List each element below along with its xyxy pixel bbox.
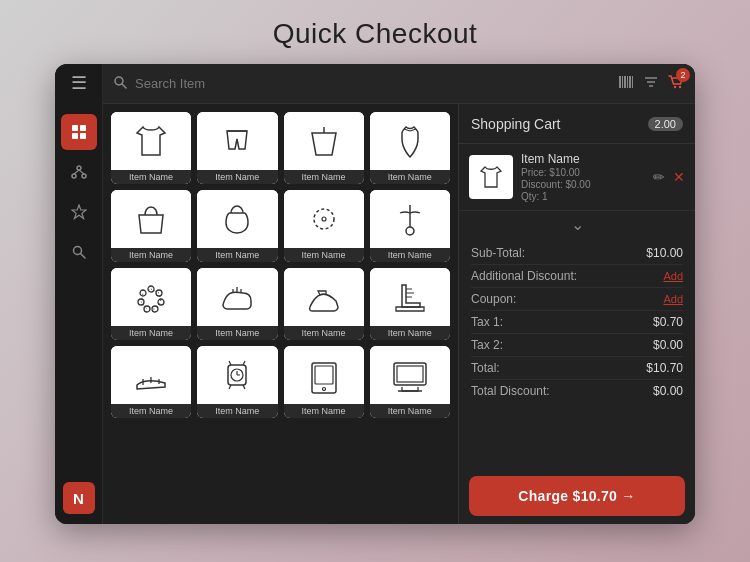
svg-line-54 — [243, 361, 245, 365]
product-image — [197, 112, 277, 170]
sidebar-item-grid[interactable] — [61, 114, 97, 150]
list-item[interactable]: Item Name — [370, 112, 450, 184]
cart-panel: Shopping Cart 2.00 Item Name Price: $10.… — [458, 104, 695, 524]
product-label: Item Name — [284, 404, 364, 418]
svg-rect-16 — [624, 76, 626, 88]
list-item[interactable]: Item Name — [111, 346, 191, 418]
main-area: 2 Item Name — [103, 64, 695, 524]
svg-rect-57 — [312, 363, 336, 393]
sidebar-logo[interactable]: N — [63, 482, 95, 514]
svg-rect-1 — [80, 125, 86, 131]
cart-item-actions: ✏ ✕ — [653, 169, 685, 185]
list-item[interactable]: Item Name — [197, 190, 277, 262]
svg-line-7 — [74, 170, 79, 174]
svg-rect-3 — [80, 133, 86, 139]
cart-item-name: Item Name — [521, 152, 645, 166]
barcode-icon[interactable] — [617, 73, 635, 95]
app-window: ☰ — [55, 64, 695, 524]
sidebar-item-search[interactable] — [61, 234, 97, 270]
list-item[interactable]: Item Name — [284, 190, 364, 262]
svg-rect-18 — [629, 76, 631, 88]
product-image — [370, 346, 450, 404]
total-discount-row: Total Discount: $0.00 — [471, 380, 683, 402]
product-image — [197, 190, 277, 248]
list-item[interactable]: Item Name — [284, 112, 364, 184]
svg-point-39 — [140, 290, 146, 296]
product-label: Item Name — [111, 170, 191, 184]
coupon-row: Coupon: Add — [471, 288, 683, 311]
list-item[interactable]: Item Name — [284, 268, 364, 340]
svg-rect-0 — [72, 125, 78, 131]
product-label: Item Name — [370, 170, 450, 184]
cart-item-info: Item Name Price: $10.00 Discount: $0.00 … — [521, 152, 645, 202]
total-row: Total: $10.70 — [471, 357, 683, 380]
cart-icon[interactable]: 2 — [667, 73, 685, 95]
product-label: Item Name — [284, 170, 364, 184]
product-image — [197, 346, 277, 404]
search-bar-icons: 2 — [617, 73, 685, 95]
product-image — [284, 190, 364, 248]
sidebar-item-network[interactable] — [61, 154, 97, 190]
svg-point-32 — [406, 227, 414, 235]
cart-edit-icon[interactable]: ✏ — [653, 169, 665, 185]
list-item[interactable]: Item Name — [197, 268, 277, 340]
cart-totals: Sub-Total: $10.00 Additional Discount: A… — [459, 238, 695, 468]
cart-item-price: Price: $10.00 — [521, 167, 645, 178]
list-item[interactable]: Item Name — [111, 190, 191, 262]
tax1-label: Tax 1: — [471, 315, 503, 329]
svg-point-23 — [674, 85, 676, 87]
product-image — [370, 268, 450, 326]
product-image — [111, 346, 191, 404]
product-label: Item Name — [197, 404, 277, 418]
product-label: Item Name — [284, 248, 364, 262]
cart-header: Shopping Cart 2.00 — [459, 104, 695, 144]
sidebar: ☰ — [55, 64, 103, 524]
list-item[interactable]: Item Name — [111, 112, 191, 184]
sidebar-item-star[interactable] — [61, 194, 97, 230]
chevron-down-icon[interactable]: ⌄ — [571, 215, 584, 234]
list-item[interactable]: Item Name — [370, 268, 450, 340]
svg-line-53 — [229, 361, 231, 365]
tax2-value: $0.00 — [653, 338, 683, 352]
list-item[interactable]: Item Name — [370, 346, 450, 418]
list-item[interactable]: Item Name — [370, 190, 450, 262]
product-label: Item Name — [197, 170, 277, 184]
product-image — [370, 112, 450, 170]
content-panels: Item Name Item Name — [103, 104, 695, 524]
list-item[interactable]: Item Name — [197, 346, 277, 418]
total-value: $10.70 — [646, 361, 683, 375]
list-item[interactable]: Item Name — [111, 268, 191, 340]
page-title: Quick Checkout — [273, 18, 478, 50]
charge-button[interactable]: Charge $10.70 → — [469, 476, 685, 516]
cart-delete-icon[interactable]: ✕ — [673, 169, 685, 185]
list-item[interactable]: Item Name — [197, 112, 277, 184]
coupon-add[interactable]: Add — [663, 293, 683, 305]
svg-rect-61 — [397, 366, 423, 382]
svg-marker-9 — [72, 205, 86, 219]
cart-item-row: Item Name Price: $10.00 Discount: $0.00 … — [459, 144, 695, 211]
sidebar-menu-icon[interactable]: ☰ — [71, 74, 87, 92]
svg-rect-15 — [622, 76, 623, 88]
product-label: Item Name — [197, 326, 277, 340]
svg-point-37 — [144, 306, 150, 312]
cart-item-qty: Qty: 1 — [521, 191, 645, 202]
filter-icon[interactable] — [643, 74, 659, 94]
tax1-row: Tax 1: $0.70 — [471, 311, 683, 334]
additional-discount-add[interactable]: Add — [663, 270, 683, 282]
svg-line-56 — [243, 385, 245, 389]
svg-point-4 — [77, 166, 81, 170]
product-label: Item Name — [111, 248, 191, 262]
total-label: Total: — [471, 361, 500, 375]
product-label: Item Name — [370, 404, 450, 418]
svg-line-8 — [79, 170, 84, 174]
product-image — [111, 112, 191, 170]
list-item[interactable]: Item Name — [284, 346, 364, 418]
product-image — [197, 268, 277, 326]
svg-line-28 — [410, 129, 416, 131]
product-grid: Item Name Item Name — [111, 112, 450, 418]
svg-point-6 — [82, 174, 86, 178]
product-label: Item Name — [197, 248, 277, 262]
total-discount-value: $0.00 — [653, 384, 683, 398]
sidebar-nav — [61, 114, 97, 270]
search-input[interactable] — [135, 76, 609, 91]
